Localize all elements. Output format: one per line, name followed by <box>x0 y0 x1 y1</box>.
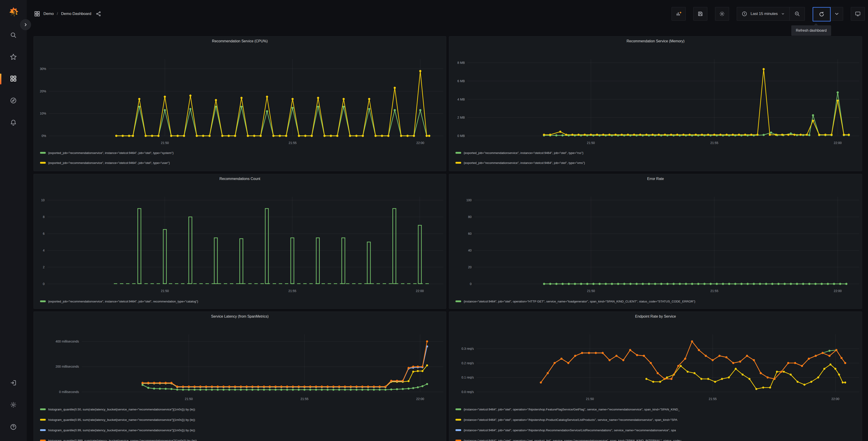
clock-icon <box>742 11 747 17</box>
sidebar-item-help[interactable] <box>0 420 27 435</box>
dashboard-settings-button[interactable] <box>715 7 729 21</box>
legend-color-chip <box>40 429 46 431</box>
legend-item[interactable]: histogram_quantile(0.99, sum(rate(latenc… <box>40 425 442 435</box>
svg-text:200 milliseconds: 200 milliseconds <box>56 365 79 368</box>
sidebar-item-dashboards[interactable] <box>0 72 27 86</box>
sidebar-item-starred[interactable] <box>0 50 27 64</box>
svg-text:21:55: 21:55 <box>710 141 718 145</box>
panel-legend: {exported_job="recommendationservice", i… <box>456 148 858 168</box>
svg-text:21:55: 21:55 <box>288 141 297 145</box>
legend-item[interactable]: histogram_quantile(0.95, sum(rate(latenc… <box>40 414 442 425</box>
panel-error-rate: Error Rate02040608010021:5021:5522:00{in… <box>449 174 862 309</box>
breadcrumb-folder[interactable]: Demo <box>43 11 54 16</box>
svg-text:10: 10 <box>41 198 44 202</box>
svg-text:22:00: 22:00 <box>416 289 424 293</box>
svg-text:0.3 req/s: 0.3 req/s <box>462 347 474 350</box>
svg-text:40: 40 <box>468 248 471 252</box>
sidebar-item-search[interactable] <box>0 28 27 43</box>
panel-title[interactable]: Service Latency (from SpanMetrics) <box>34 315 446 319</box>
legend-color-chip <box>456 440 461 441</box>
time-range-picker[interactable]: Last 15 minutes <box>737 7 789 21</box>
svg-text:21:50: 21:50 <box>587 289 595 293</box>
panel-legend: histogram_quantile(0.50, sum(rate(latenc… <box>40 404 442 441</box>
sidebar-item-alerting[interactable] <box>0 116 27 130</box>
legend-label: {instance="otelcol:9464", job="otel", op… <box>464 439 682 441</box>
dashboard-toolbar: Last 15 minutes <box>672 7 865 21</box>
save-dashboard-button[interactable] <box>693 7 707 21</box>
legend-item[interactable]: {exported_job="recommendationservice", i… <box>40 296 442 306</box>
svg-text:2: 2 <box>43 265 44 269</box>
panel-title[interactable]: Recommendation Service (Memory) <box>449 39 862 43</box>
legend-label: {instance="otelcol:9464", job="otel", op… <box>464 418 678 421</box>
header: Demo / Demo Dashboard Last 15 minutes <box>27 0 868 28</box>
refresh-dashboard-button[interactable] <box>812 7 831 22</box>
svg-text:8 MB: 8 MB <box>457 61 465 64</box>
svg-text:30%: 30% <box>40 67 46 70</box>
legend-label: {instance="otelcol:9464", job="otel", op… <box>464 300 695 303</box>
refresh-icon <box>819 11 825 17</box>
legend-item[interactable]: histogram_quantile(0.50, sum(rate(latenc… <box>40 404 442 414</box>
dashboards-grid-icon <box>10 75 17 83</box>
legend-color-chip <box>456 162 461 164</box>
svg-text:22:00: 22:00 <box>831 397 839 401</box>
panel-title[interactable]: Recommendation Service (CPU%) <box>34 39 446 43</box>
tv-kiosk-mode-button[interactable] <box>851 7 865 21</box>
sidebar-item-configuration[interactable] <box>0 398 27 412</box>
legend-color-chip <box>40 440 46 441</box>
svg-text:22:00: 22:00 <box>416 397 424 401</box>
zoom-out-time-button[interactable] <box>789 7 805 21</box>
legend-color-chip <box>40 408 46 410</box>
legend-item[interactable]: {instance="otelcol:9464", job="otel", op… <box>456 435 858 441</box>
svg-text:80: 80 <box>468 215 471 219</box>
breadcrumb-dashboard-title[interactable]: Demo Dashboard <box>61 11 91 16</box>
sidebar-expand-button[interactable] <box>20 19 31 30</box>
breadcrumb-separator: / <box>57 11 58 16</box>
refresh-group <box>812 7 843 21</box>
chart-error-rate: 02040608010021:5021:5522:00 <box>449 174 862 309</box>
sign-in-icon <box>10 379 17 387</box>
panel-title[interactable]: Recommendations Count <box>34 177 446 181</box>
grafana-logo[interactable] <box>7 7 19 20</box>
sidebar-item-sign-in[interactable] <box>0 376 27 390</box>
svg-text:10%: 10% <box>40 112 46 115</box>
legend-color-chip <box>40 419 46 421</box>
chevron-down-icon <box>834 11 840 17</box>
svg-text:21:50: 21:50 <box>587 141 595 145</box>
legend-label: {exported_job="recommendationservice", i… <box>464 161 585 165</box>
legend-item[interactable]: {instance="otelcol:9464", job="otel", op… <box>456 414 858 425</box>
bell-icon <box>10 119 17 127</box>
monitor-icon <box>855 11 861 17</box>
chevron-down-icon <box>781 12 785 16</box>
refresh-tooltip-text: Refresh dashboard <box>796 29 827 33</box>
add-panel-button[interactable] <box>672 7 686 21</box>
svg-text:100: 100 <box>466 198 472 202</box>
legend-item[interactable]: {instance="otelcol:9464", job="otel", op… <box>456 404 858 414</box>
legend-label: histogram_quantile(0.99, sum(rate(latenc… <box>48 429 195 432</box>
legend-item[interactable]: {exported_job="recommendationservice", i… <box>40 148 442 158</box>
legend-color-chip <box>40 300 46 302</box>
legend-color-chip <box>456 152 461 154</box>
panel-legend: {exported_job="recommendationservice", i… <box>40 148 442 168</box>
legend-item[interactable]: {instance="otelcol:9464", job="otel", op… <box>456 296 858 306</box>
legend-item[interactable]: {exported_job="recommendationservice", i… <box>456 148 858 158</box>
dashboard-grid-icon[interactable] <box>34 11 40 17</box>
panel-service-latency: Service Latency (from SpanMetrics)0 mill… <box>33 312 446 441</box>
panel-title[interactable]: Endpoint Rate by Service <box>449 315 862 319</box>
legend-item[interactable]: {instance="otelcol:9464", job="otel", op… <box>456 425 858 435</box>
time-picker-group: Last 15 minutes <box>737 7 805 21</box>
legend-color-chip <box>456 300 461 302</box>
legend-item[interactable]: {exported_job="recommendationservice", i… <box>456 158 858 168</box>
panel-title[interactable]: Error Rate <box>449 177 862 181</box>
svg-text:21:55: 21:55 <box>288 289 296 293</box>
svg-text:2 MB: 2 MB <box>457 116 465 119</box>
svg-text:20%: 20% <box>40 89 46 93</box>
panel-legend: {exported_job="recommendationservice", i… <box>40 296 442 306</box>
legend-item[interactable]: {exported_job="recommendationservice", i… <box>40 158 442 168</box>
legend-label: {exported_job="recommendationservice", i… <box>48 151 174 155</box>
legend-color-chip <box>456 419 461 421</box>
share-icon[interactable] <box>96 11 101 17</box>
legend-item[interactable]: histogram_quantile(0.999, sum(rate(laten… <box>40 435 442 441</box>
sidebar-item-explore[interactable] <box>0 94 27 108</box>
legend-label: histogram_quantile(0.50, sum(rate(latenc… <box>48 408 195 411</box>
refresh-interval-caret-button[interactable] <box>831 7 843 21</box>
